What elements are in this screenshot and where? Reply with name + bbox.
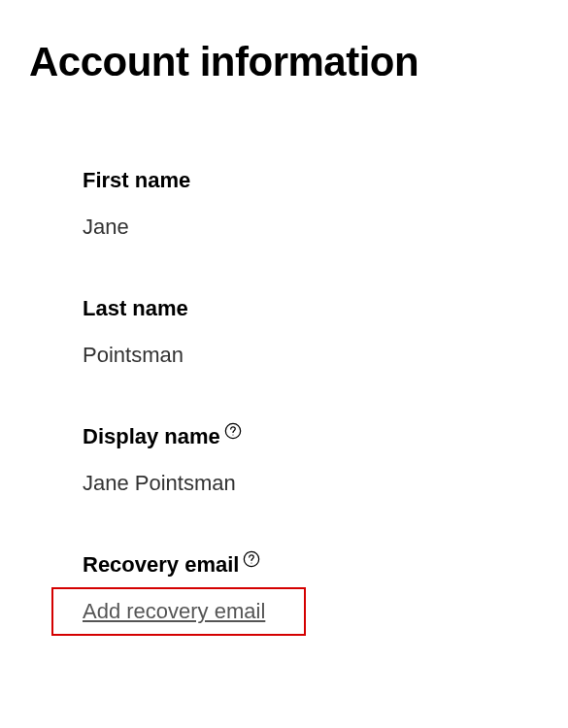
display-name-value: Jane Pointsman (83, 471, 568, 496)
last-name-value: Pointsman (83, 343, 568, 368)
recovery-email-field: Recovery email Add recovery email (83, 552, 568, 636)
first-name-value: Jane (83, 215, 568, 240)
svg-point-3 (251, 563, 252, 564)
help-icon[interactable] (242, 549, 261, 569)
recovery-email-label: Recovery email (83, 552, 568, 578)
recovery-email-label-text: Recovery email (83, 552, 239, 578)
svg-point-1 (232, 435, 233, 436)
display-name-label: Display name (83, 424, 568, 449)
display-name-label-text: Display name (83, 424, 220, 449)
page-title: Account information (0, 0, 568, 85)
account-info-content: First name Jane Last name Pointsman Disp… (0, 85, 568, 636)
first-name-label: First name (83, 168, 568, 193)
highlight-annotation: Add recovery email (51, 587, 306, 636)
first-name-field: First name Jane (83, 168, 568, 240)
display-name-field: Display name Jane Pointsman (83, 424, 568, 496)
last-name-field: Last name Pointsman (83, 296, 568, 368)
add-recovery-email-link[interactable]: Add recovery email (83, 599, 265, 624)
last-name-label: Last name (83, 296, 568, 321)
help-icon[interactable] (223, 421, 243, 441)
